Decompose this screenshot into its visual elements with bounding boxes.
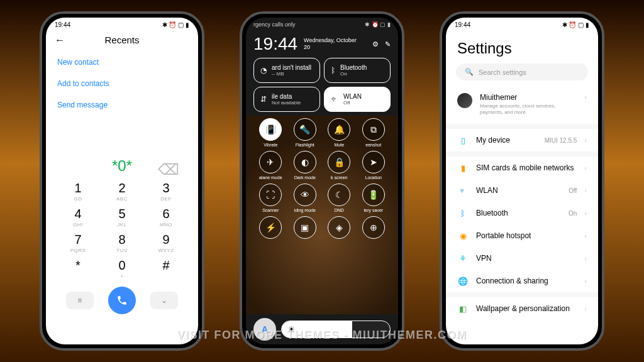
wallpaper-icon: ◧: [457, 303, 469, 314]
chevron-right-icon: ›: [584, 136, 587, 144]
key-2[interactable]: 2ABC: [100, 181, 144, 202]
key-#[interactable]: #: [144, 258, 188, 279]
settings-item-portable[interactable]: ◉Portable hotspot›: [446, 224, 598, 247]
status-bar: rgency calls only ✱ ⏰ ▢ ▮: [246, 18, 398, 31]
status-time: 19:44: [455, 21, 470, 28]
profile-item[interactable]: Miuithemer Manage accounts, cloud servic…: [446, 87, 598, 129]
toggle-k screen[interactable]: 🔒k screen: [322, 151, 357, 180]
chevron-right-icon: ›: [584, 164, 587, 172]
edit-icon[interactable]: ✎: [385, 40, 391, 48]
dialer-input: *0* ⌫: [46, 153, 198, 178]
key-8[interactable]: 8TUV: [100, 233, 144, 253]
key-4[interactable]: 4GHI: [56, 207, 100, 228]
phone-control-center: rgency calls only ✱ ⏰ ▢ ▮ 19:44 Wednesda…: [240, 11, 404, 351]
search-input[interactable]: 🔍 Search settings: [456, 63, 588, 80]
settings-item-vpn[interactable]: ⚘VPN›: [446, 247, 598, 270]
settings-item-sim[interactable]: ▮SIM cards & mobile networks›: [446, 156, 598, 179]
back-icon[interactable]: ←: [55, 35, 65, 46]
tile-ile-data[interactable]: ⇵ile dataNot available: [253, 87, 320, 112]
toggle-extra[interactable]: ⊕: [357, 216, 391, 241]
key-3[interactable]: 3DEF: [144, 181, 188, 202]
toggle-tery saver[interactable]: 🔋tery saver: [357, 184, 391, 212]
key-1[interactable]: 1GD: [56, 181, 100, 202]
toggle-extra[interactable]: ▣: [288, 216, 323, 241]
toggle-Dark mode[interactable]: ◐Dark mode: [288, 151, 323, 180]
chevron-right-icon: ›: [584, 232, 587, 239]
toggle-alane mode[interactable]: ✈alane mode: [253, 151, 288, 180]
status-bar: 19:44 ✱ ⏰ ▢ ▮: [446, 18, 598, 30]
chevron-right-icon: ›: [584, 209, 587, 217]
search-icon: 🔍: [465, 68, 474, 76]
chevron-right-icon: ›: [584, 277, 587, 285]
status-icons: ✱ ⏰ ▢ ▮: [562, 21, 589, 28]
small-tiles: 📳Vibrate🔦Flashlight🔔Mute⧉eenshot✈alane m…: [253, 118, 391, 241]
toggle-eenshot[interactable]: ⧉eenshot: [357, 118, 391, 147]
key-9[interactable]: 9WXYZ: [144, 233, 188, 253]
add-to-contacts-link[interactable]: Add to contacts: [57, 73, 187, 94]
backspace-icon[interactable]: ⌫: [158, 161, 179, 178]
key-0[interactable]: 0+: [100, 258, 144, 279]
settings-item-connection[interactable]: 🌐Connection & sharing›: [446, 270, 598, 292]
status-time: 19:44: [55, 21, 70, 28]
status-icons: ✱ ⏰ ▢ ▮: [365, 21, 391, 28]
page-title: Settings: [446, 30, 598, 63]
chevron-right-icon: ›: [584, 305, 587, 312]
menu-button[interactable]: ≡: [66, 292, 94, 309]
settings-item-bluetooth[interactable]: ᛒBluetoothOn›: [446, 202, 598, 224]
call-button[interactable]: [108, 287, 136, 314]
toggle-iding mode[interactable]: 👁iding mode: [288, 184, 323, 212]
toggle-extra[interactable]: ◈: [322, 216, 357, 241]
status-icons: ✱ ⏰ ▢ ▮: [162, 21, 189, 28]
toggle-Flashlight[interactable]: 🔦Flashlight: [288, 118, 323, 147]
date: Wednesday, October 20: [304, 37, 366, 51]
device-icon: ▯: [457, 134, 469, 146]
chevron-right-icon: ›: [584, 255, 587, 262]
key-7[interactable]: 7PQRS: [56, 233, 100, 253]
tile-wlan[interactable]: ᯤWLANOff: [324, 87, 391, 112]
tile-bluetooth[interactable]: ᛒBluetoothOn: [324, 58, 391, 83]
carrier-label: rgency calls only: [253, 21, 296, 28]
keypad: 1GD2ABC3DEF4GHI5JKL6MNO7PQRS8TUV9WXYZ*0+…: [46, 178, 198, 283]
brightness-icon: ☀: [288, 325, 295, 334]
toggle-extra[interactable]: ⚡: [253, 216, 288, 241]
key-5[interactable]: 5JKL: [100, 207, 144, 228]
phone-icon: [116, 295, 128, 306]
toggle-Scanner[interactable]: ⛶Scanner: [253, 184, 288, 212]
toggle-Location[interactable]: ➤Location: [357, 151, 391, 180]
watermark: VISIT FOR MORE THEMES - MIUITHEMER.COM: [0, 329, 644, 342]
collapse-button[interactable]: ⌄: [150, 292, 178, 309]
key-6[interactable]: 6MNO: [144, 207, 188, 228]
avatar: [457, 93, 472, 108]
tile-ard-isn't-install[interactable]: ◔ard isn't install-- MB: [253, 58, 320, 83]
key-*[interactable]: *: [56, 258, 100, 279]
my-device-item[interactable]: ▯ My device MIUI 12.5.5 ›: [446, 129, 598, 151]
big-tiles: ◔ard isn't install-- MBᛒBluetoothOn⇵ile …: [246, 58, 398, 116]
header-title: Recents: [104, 35, 139, 45]
chevron-right-icon: ›: [584, 187, 587, 194]
settings-icon[interactable]: ⚙: [372, 40, 379, 48]
send-message-link[interactable]: Send message: [57, 94, 187, 116]
toggle-DND[interactable]: ☾DND: [322, 184, 357, 212]
toggle-Vibrate[interactable]: 📳Vibrate: [253, 118, 288, 147]
clock: 19:44: [253, 34, 297, 54]
toggle-Mute[interactable]: 🔔Mute: [322, 118, 357, 147]
wallpaper-item[interactable]: ◧ Wallpaper & personalization ›: [446, 297, 598, 320]
phone-settings: 19:44 ✱ ⏰ ▢ ▮ Settings 🔍 Search settings…: [440, 11, 604, 351]
chevron-right-icon: ›: [584, 93, 587, 101]
settings-item-wlan[interactable]: ᯤWLANOff›: [446, 179, 598, 202]
new-contact-link[interactable]: New contact: [57, 52, 187, 73]
dialer-header: ← Recents: [46, 30, 198, 52]
phone-dialer: 19:44 ✱ ⏰ ▢ ▮ ← Recents New contact Add …: [40, 11, 204, 351]
status-bar: 19:44 ✱ ⏰ ▢ ▮: [46, 18, 198, 30]
